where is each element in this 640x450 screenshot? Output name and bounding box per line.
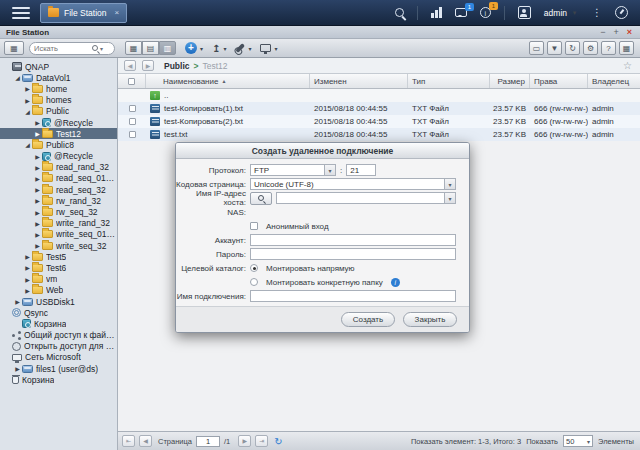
row-checkbox[interactable]	[129, 105, 136, 112]
tree-item[interactable]: Qsync	[0, 307, 117, 318]
caret-collapsed-icon[interactable]: ▶	[33, 220, 42, 227]
mount-specific-folder-radio[interactable]	[250, 278, 258, 286]
columns-button[interactable]: ▦	[619, 41, 634, 55]
tree-item[interactable]: ▶@Recycle	[0, 117, 117, 128]
caret-collapsed-icon[interactable]: ▶	[33, 153, 42, 160]
tree-item[interactable]: ▶@Recycle	[0, 151, 117, 162]
tree-item[interactable]: ▶vm	[0, 274, 117, 285]
preview-pane-button[interactable]: ▭	[529, 41, 544, 55]
tree-item[interactable]: Сеть Microsoft	[0, 352, 117, 363]
tree-item[interactable]: Общий доступ к файлам	[0, 330, 117, 341]
row-checkbox[interactable]	[129, 131, 136, 138]
tree-item[interactable]: Открыть доступ для меня	[0, 341, 117, 352]
mount-directly-radio[interactable]	[250, 264, 258, 272]
next-page-icon[interactable]: ▶	[238, 435, 251, 447]
tree-item[interactable]: ▶files1 (user@ds)	[0, 363, 117, 374]
dashboard-icon[interactable]	[615, 6, 628, 19]
caret-collapsed-icon[interactable]: ▶	[13, 298, 22, 305]
caret-collapsed-icon[interactable]: ▶	[33, 130, 42, 137]
tree-item[interactable]: ◢DataVol1	[0, 72, 117, 83]
refresh-list-icon[interactable]: ↻	[274, 436, 282, 447]
notifications-icon[interactable]: 1	[455, 8, 467, 17]
view-list-button[interactable]: ▤	[142, 41, 159, 55]
caret-collapsed-icon[interactable]: ▶	[23, 276, 32, 283]
tree-item[interactable]: ◢Public8	[0, 139, 117, 150]
caret-collapsed-icon[interactable]: ▶	[13, 365, 22, 372]
resource-monitor-icon[interactable]	[431, 7, 442, 18]
caret-collapsed-icon[interactable]: ▶	[23, 253, 32, 260]
tree-item[interactable]: ▶read_rand_32	[0, 162, 117, 173]
tools-menu-button[interactable]: ▾	[235, 45, 251, 52]
global-search-icon[interactable]	[395, 8, 404, 17]
column-header-type[interactable]: Тип	[408, 74, 490, 88]
tab-file-station[interactable]: File Station ×	[40, 3, 127, 23]
tree-item[interactable]: ▶read_seq_01_32_files	[0, 173, 117, 184]
column-header-name[interactable]: Наименование▲	[146, 74, 310, 88]
tree-item[interactable]: ▶home	[0, 83, 117, 94]
caret-collapsed-icon[interactable]: ▶	[23, 287, 32, 294]
column-header-permissions[interactable]: Права	[530, 74, 588, 88]
help-button[interactable]: ?	[601, 41, 616, 55]
last-page-icon[interactable]: ⇥	[255, 435, 268, 447]
page-size-select[interactable]: 50▾	[563, 435, 593, 447]
tree-item[interactable]: ▶Test12	[0, 128, 117, 139]
caret-collapsed-icon[interactable]: ▶	[23, 264, 32, 271]
tree-item[interactable]: ▶write_seq_32	[0, 240, 117, 251]
remote-view-menu-button[interactable]: ▾	[260, 44, 277, 52]
column-header-owner[interactable]: Владелец	[588, 74, 640, 88]
caret-collapsed-icon[interactable]: ▶	[23, 85, 32, 92]
page-number-input[interactable]	[196, 436, 220, 447]
search-host-button[interactable]	[250, 192, 272, 205]
nav-forward-icon[interactable]: ▶	[142, 60, 154, 71]
maximize-icon[interactable]: +	[613, 27, 618, 37]
search-input[interactable]	[34, 44, 92, 53]
table-row[interactable]: test.txt2015/08/18 00:44:55TXT Файл23.57…	[118, 128, 640, 141]
connection-name-input[interactable]	[250, 290, 456, 302]
tree-item[interactable]: ▶rw_seq_32	[0, 206, 117, 217]
dialog-title[interactable]: Создать удаленное подключение	[176, 143, 469, 159]
account-input[interactable]	[250, 234, 456, 246]
column-header-modified[interactable]: Изменен	[310, 74, 408, 88]
tree-item[interactable]: ▶Test6	[0, 262, 117, 273]
main-menu-icon[interactable]	[12, 7, 30, 19]
user-menu[interactable]: admin▾	[544, 8, 579, 18]
tree-item[interactable]: ▶write_rand_32	[0, 218, 117, 229]
anonymous-login-checkbox[interactable]	[250, 222, 258, 230]
port-input[interactable]	[346, 164, 376, 176]
caret-collapsed-icon[interactable]: ▶	[33, 231, 42, 238]
search-box[interactable]: ▾	[29, 42, 115, 55]
caret-collapsed-icon[interactable]: ▶	[33, 209, 42, 216]
column-header-size[interactable]: Размер	[490, 74, 530, 88]
host-select[interactable]: ▾	[276, 192, 456, 204]
caret-expanded-icon[interactable]: ◢	[23, 108, 32, 115]
tree-item[interactable]: Корзина	[0, 374, 117, 385]
tab-close-icon[interactable]: ×	[115, 8, 120, 17]
table-row[interactable]: test-Копировать(2).txt2015/08/18 00:44:5…	[118, 115, 640, 128]
sidebar-toggle-button[interactable]: ▦	[4, 41, 24, 55]
tree-item[interactable]: ◢Public	[0, 106, 117, 117]
caret-collapsed-icon[interactable]: ▶	[33, 175, 42, 182]
more-options-icon[interactable]: ⋮	[592, 7, 602, 18]
protocol-select[interactable]: FTP▾	[250, 164, 336, 176]
tree-item[interactable]: ▶Test5	[0, 251, 117, 262]
caret-collapsed-icon[interactable]: ▶	[33, 197, 42, 204]
info-icon[interactable]: i	[391, 278, 400, 287]
caret-collapsed-icon[interactable]: ▶	[33, 242, 42, 249]
caret-collapsed-icon[interactable]: ▶	[33, 164, 42, 171]
refresh-button[interactable]: ↻	[565, 41, 580, 55]
tree-item[interactable]: ▶read_seq_32	[0, 184, 117, 195]
alerts-icon[interactable]: i1	[480, 7, 491, 18]
create-button[interactable]: Создать	[341, 312, 395, 327]
settings-button[interactable]: ⚙	[583, 41, 598, 55]
upload-menu-button[interactable]: ↥▾	[212, 43, 226, 54]
table-row[interactable]: test-Копировать(1).txt2015/08/18 00:44:5…	[118, 102, 640, 115]
caret-expanded-icon[interactable]: ◢	[13, 74, 22, 81]
close-dialog-button[interactable]: Закрыть	[403, 312, 457, 327]
caret-expanded-icon[interactable]: ◢	[23, 141, 32, 148]
tree-item[interactable]: ▶Web	[0, 285, 117, 296]
user-profile-icon[interactable]	[518, 6, 531, 19]
tree-item[interactable]: ▶rw_rand_32	[0, 195, 117, 206]
create-menu-button[interactable]: +▾	[185, 42, 203, 54]
breadcrumb-root[interactable]: Public	[164, 61, 190, 71]
tree-item[interactable]: ▶USBDisk1	[0, 296, 117, 307]
